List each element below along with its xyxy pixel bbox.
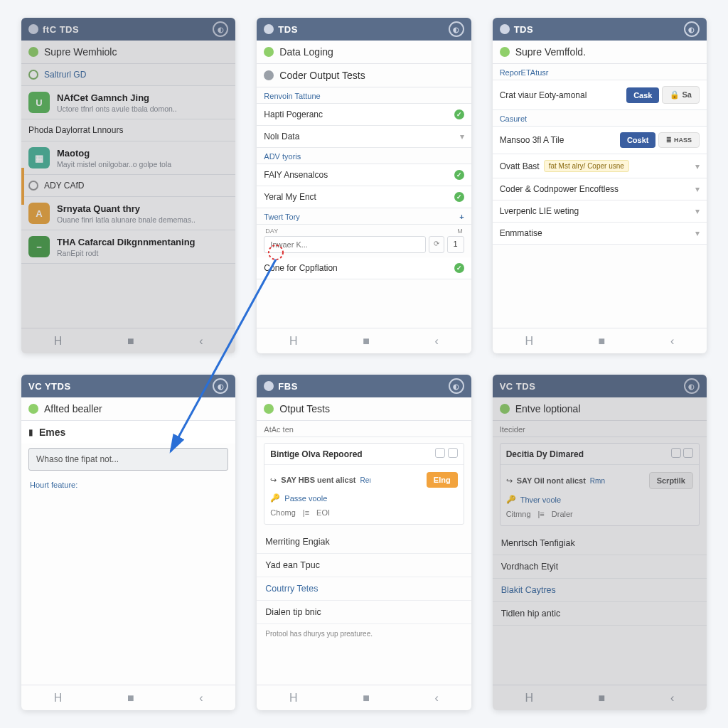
item-title: THA Cafarcal Dikgnnmentaning	[57, 237, 228, 247]
item-title: Enmmatise	[500, 228, 691, 238]
list-item[interactable]: Yad ean Tpuc	[257, 554, 471, 577]
nav-apps-icon[interactable]: ■	[127, 692, 134, 705]
chevron-down-icon: ▾	[460, 132, 464, 141]
hass-button[interactable]: ≣ HASS	[658, 132, 700, 148]
item-title: ADY CAfD	[44, 181, 84, 191]
screen-6: VC TDS ◐ Entve loptional Itecider Deciti…	[493, 375, 707, 710]
nav-home[interactable]: H	[54, 335, 63, 348]
report-card: Bintige Olva Repoored ↪ SAY HBS uent ali…	[264, 443, 464, 525]
screen-1: ftC TDS ◐ Supre Wemhiolc Saltrurl GD U N…	[21, 18, 235, 353]
list-item[interactable]: ▦ Maotog Mayit mistel onilgobar..o golpe…	[21, 141, 235, 175]
bottom-nav: H ■ ‹	[21, 328, 235, 353]
nav-home[interactable]: H	[54, 692, 63, 705]
list-item[interactable]: Dialen tip bnic	[257, 601, 471, 624]
refresh-icon[interactable]: ◐	[449, 21, 464, 37]
report-card: Decitia Dy Dimared ↪ SAY Oil nont alicst…	[500, 443, 700, 526]
list-item[interactable]: Blakit Caytres	[493, 579, 707, 602]
cask-button[interactable]: Cask	[626, 87, 659, 103]
label-text: Citmng	[506, 510, 531, 518]
refresh-icon[interactable]: ◐	[684, 378, 700, 394]
group-label-text: Twert Tory	[264, 213, 300, 221]
item-icon: U	[28, 92, 50, 113]
list-item[interactable]: Coder & Codnpower Encoftless ▾	[493, 178, 707, 200]
list-item[interactable]: − THA Cafarcal Dikgnnmentaning RanEpit r…	[21, 230, 235, 264]
refresh-icon[interactable]: ◐	[684, 21, 700, 37]
nav-back-icon[interactable]: ‹	[670, 335, 674, 348]
nav-apps-icon[interactable]: ■	[127, 335, 134, 348]
sa-button[interactable]: 🔒 Sa	[662, 86, 700, 104]
card-title: Bintige Olva Repoored	[270, 449, 362, 459]
page-heading: Otput Tests	[257, 397, 471, 421]
list-item[interactable]: Lverpenlc LIE weting ▾	[493, 200, 707, 223]
nav-home[interactable]: H	[289, 335, 298, 348]
item-title: Cone for Cppflation	[264, 263, 454, 273]
group-label: Casuret	[493, 110, 707, 127]
list-item[interactable]: Cone for Cppflation ✓	[257, 257, 471, 279]
list-item[interactable]: Menrtsch Tenfigiak	[493, 532, 707, 555]
bottom-nav: H ■ ‹	[493, 685, 707, 710]
checkbox[interactable]	[671, 448, 681, 458]
refresh-icon[interactable]: ◐	[213, 378, 228, 394]
list-item[interactable]: FAlY Ansenalcos ✓	[257, 164, 471, 186]
elng-button[interactable]: Elng	[427, 472, 458, 488]
nav-home[interactable]: H	[289, 692, 298, 705]
passe-link[interactable]: Passe voole	[284, 494, 327, 503]
chevron-down-icon: ▾	[695, 206, 700, 216]
list-item[interactable]: U NAfCet Gamnch Jing Uctore tfnrl onts a…	[21, 86, 235, 119]
nav-back-icon[interactable]: ‹	[670, 692, 674, 705]
check-icon: ✓	[454, 170, 464, 180]
label-text: Draler	[552, 510, 573, 518]
titlebar-text: ftC TDS	[43, 24, 79, 35]
list-item[interactable]: Hapti Pogeranc ✓	[257, 104, 471, 126]
nav-apps-icon[interactable]: ■	[599, 692, 606, 705]
screen-2: TDS ◐ Data Loging Coder Output Tests Ren…	[257, 18, 471, 353]
nav-back-icon[interactable]: ‹	[435, 335, 439, 348]
nav-home[interactable]: H	[525, 335, 533, 348]
list-item[interactable]: A Srnyata Quant thry Ouane finri latla a…	[21, 197, 235, 230]
refresh-icon[interactable]: ◐	[213, 21, 228, 37]
nav-apps-icon[interactable]: ■	[363, 692, 370, 705]
nav-apps-icon[interactable]: ■	[363, 335, 370, 348]
heading-text: Entve loptional	[515, 403, 581, 414]
nav-back-icon[interactable]: ‹	[199, 692, 203, 705]
list-item[interactable]: Nolı Data ▾	[257, 126, 471, 148]
list-item[interactable]: Merriting Engiak	[257, 530, 471, 554]
nav-apps-icon[interactable]: ■	[599, 335, 606, 348]
day-input[interactable]	[264, 236, 425, 253]
titlebar: TDS ◐	[493, 18, 707, 41]
refresh-icon[interactable]: ◐	[449, 378, 464, 394]
tag-text: Reı	[360, 476, 371, 484]
list-item[interactable]: Yeral My Enct ✓	[257, 186, 471, 208]
list-item[interactable]: ADY CAfD	[21, 175, 235, 197]
list-item[interactable]: Coutrry Tetes	[257, 577, 471, 601]
nav-back-icon[interactable]: ‹	[435, 692, 439, 705]
count-value[interactable]: 1	[447, 236, 464, 253]
list-item[interactable]: Ovatt Bast fat Mst alry/ Coper usne ▾	[493, 154, 707, 178]
group-label: Renvoin Tattune	[257, 87, 471, 104]
search-input[interactable]: Whaso tlne fipat not...	[28, 448, 228, 471]
refresh-icon[interactable]: ⟳	[429, 236, 444, 253]
list-item[interactable]: Enmmatise ▾	[493, 223, 707, 245]
checkbox[interactable]	[448, 448, 458, 458]
checkbox[interactable]	[435, 448, 445, 458]
item-subtitle: Ouane finri latla alunare bnale dememas.…	[57, 215, 228, 224]
list-item[interactable]: Phoda Daylorrat Lnnours	[21, 119, 235, 141]
plus-icon[interactable]: +	[459, 213, 464, 221]
item-title: Merriting Engiak	[265, 537, 329, 547]
list-item[interactable]: Tidlen hip antic	[493, 602, 707, 626]
item-title: Yeral My Enct	[264, 192, 454, 202]
item-title: Blakit Caytres	[501, 585, 556, 595]
bullet-icon	[28, 70, 38, 80]
nav-back-icon[interactable]: ‹	[199, 335, 203, 348]
thver-link[interactable]: Thver voole	[520, 496, 561, 504]
nav-home[interactable]: H	[525, 692, 533, 705]
status-dot-icon	[28, 47, 38, 57]
checkbox[interactable]	[683, 448, 693, 458]
footer-note: Protool has dhurys yup preaturee.	[257, 624, 471, 643]
label-text: Chomg	[270, 508, 295, 517]
titlebar: VC YTDS ◐	[21, 375, 235, 397]
coskt-button[interactable]: Coskt	[620, 132, 656, 148]
item-title: FAlY Ansenalcos	[264, 170, 454, 180]
script-button[interactable]: Scrptilk	[649, 472, 693, 489]
list-item[interactable]: Vordhach Etyit	[493, 555, 707, 579]
